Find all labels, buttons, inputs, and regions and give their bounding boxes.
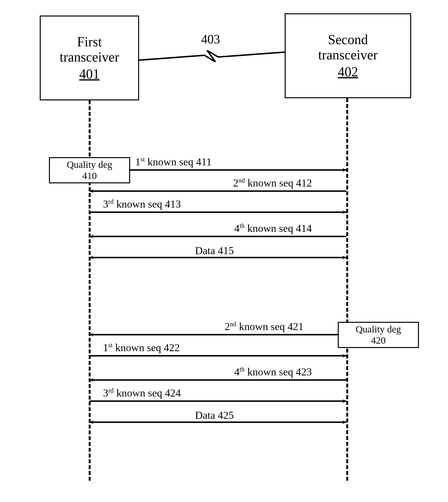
arrow-425: [0, 0, 448, 502]
sequence-diagram: Firsttransceiver 401 Secondtransceiver 4…: [0, 0, 448, 502]
msg-425-label: Data 425: [195, 409, 234, 421]
